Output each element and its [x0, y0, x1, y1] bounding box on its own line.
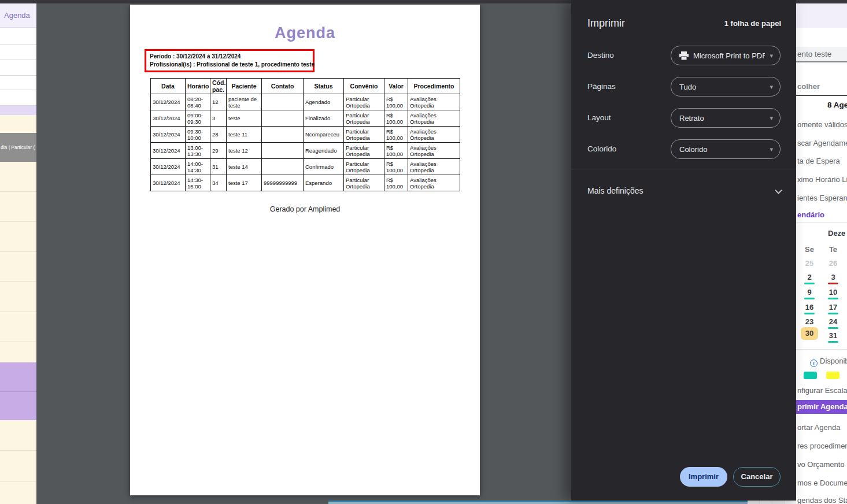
chevron-down-icon	[770, 114, 773, 122]
calendar-date[interactable]: 17	[824, 303, 842, 314]
background-agenda-sidebar: ento teste colher 8 Ager omente válidos?…	[796, 3, 847, 504]
divider	[796, 349, 847, 350]
cell: 3	[210, 110, 227, 127]
cell: teste	[227, 110, 262, 127]
calendar-date-selected[interactable]: 30	[801, 327, 818, 340]
calendar-row	[0, 90, 36, 106]
action-legendas-status[interactable]: gendas dos Status	[797, 496, 847, 504]
sidebar-item-pacientes-esperando[interactable]: ientes Esperando	[797, 194, 847, 202]
cell: 30/12/2024	[151, 110, 186, 127]
sheet-count-label: 1 folha de papel	[724, 19, 781, 28]
cell: R$ 100,00	[384, 127, 408, 143]
print-preview-backdrop: Agenda Período : 30/12/2024 à 31/12/2024…	[36, 3, 571, 501]
cell: Avaliações Ortopedia	[408, 143, 460, 159]
divider	[796, 222, 847, 223]
calendar-date[interactable]: 31	[824, 331, 842, 343]
cell: R$ 100,00	[384, 159, 408, 175]
sidebar-item-proximo-horario-livre[interactable]: ximo Horário Livre	[797, 175, 847, 184]
layout-label: Layout	[587, 108, 611, 128]
action-valores-procedimentos[interactable]: res procedimen	[797, 442, 847, 450]
calendar-date[interactable]: 16	[801, 303, 818, 314]
sidebar-item-somente-validos[interactable]: omente válidos?	[797, 120, 847, 129]
action-configurar-escalas[interactable]: nfigurar Escalas	[797, 386, 847, 395]
table-row: 30/12/202409:00-09:303testeFinalizadoPar…	[151, 110, 460, 127]
availability-legend: Disponib	[810, 357, 847, 367]
section-divider	[796, 95, 847, 96]
legend-swatch-yellow	[826, 372, 839, 379]
calendar-date[interactable]: 9	[801, 288, 818, 299]
chevron-down-icon	[770, 146, 773, 153]
calendar-rows	[0, 420, 36, 504]
cell: Avaliações Ortopedia	[408, 175, 460, 191]
layout-value: Retrato	[679, 114, 765, 123]
col-cod-pac: Cód. pac.	[210, 79, 227, 94]
bottom-grid-fragment	[748, 501, 796, 504]
cell: 28	[210, 127, 227, 143]
cell: 14:30-15:00	[186, 175, 210, 191]
cell: Avaliações Ortopedia	[408, 127, 460, 143]
cell: 12	[210, 94, 227, 110]
availability-bar	[828, 327, 838, 329]
cell: Particular Ortopedia	[344, 175, 384, 191]
cell	[262, 127, 304, 143]
screen: Agenda dia | Particular ( Agenda Período…	[0, 0, 847, 504]
choose-link[interactable]: colher	[797, 82, 820, 91]
calendar-date[interactable]: 24	[824, 317, 842, 329]
appointments-count: 8 Ager	[827, 101, 847, 109]
agenda-page-header: Agenda	[0, 3, 36, 28]
pages-value: Tudo	[679, 83, 765, 91]
table-row: 30/12/202414:30-15:0034teste 17999999999…	[151, 175, 460, 191]
cell: Finalizado	[304, 110, 344, 127]
action-exportar-agenda[interactable]: ortar Agenda	[797, 423, 840, 432]
cell: R$ 100,00	[384, 110, 408, 127]
chevron-down-icon	[775, 187, 782, 194]
calendar-date[interactable]: 26	[824, 259, 842, 268]
bottom-scrollbar[interactable]	[328, 501, 748, 504]
calendar-date[interactable]: 2	[801, 273, 818, 284]
cell: R$ 100,00	[384, 175, 408, 191]
more-settings-toggle[interactable]: Mais definições	[587, 186, 781, 195]
calendar-date[interactable]: 25	[801, 259, 818, 268]
calendar-date[interactable]: 10	[824, 288, 842, 299]
action-novo-orcamento[interactable]: vo Orçamento	[797, 460, 845, 469]
calendar-row	[0, 76, 36, 90]
sidebar-item-buscar-agendamento[interactable]: scar Agendament	[797, 139, 847, 147]
appointment-block-purple[interactable]	[0, 362, 36, 420]
printer-icon	[679, 51, 689, 60]
calendar-row-highlight	[0, 106, 36, 115]
cell: Avaliações Ortopedia	[408, 159, 460, 175]
availability-bar	[828, 298, 838, 299]
calendar-month-label: Deze	[828, 229, 845, 238]
action-imprimir-agenda[interactable]: primir Agenda	[796, 400, 847, 414]
chevron-down-icon	[770, 52, 773, 60]
print-dialog: Imprimir 1 folha de papel Destino Micros…	[571, 0, 796, 501]
sidebar-item-lista-de-espera[interactable]: ta de Espera	[797, 157, 840, 165]
destination-select[interactable]: Microsoft Print to PDF	[671, 46, 781, 65]
dialog-divider	[571, 169, 796, 169]
cell: Agendado	[304, 94, 344, 110]
generated-by-label: Gerado por Amplimed	[130, 205, 480, 213]
cell: 30/12/2024	[151, 159, 186, 175]
cell: Confirmado	[304, 159, 344, 175]
procedure-search-input[interactable]: ento teste	[796, 47, 847, 62]
destination-label: Destino	[587, 46, 614, 65]
action-termos-documentos[interactable]: mos e Documento	[797, 479, 847, 487]
row-divider	[0, 391, 36, 392]
cell: 34	[210, 175, 227, 191]
table-row: 30/12/202409:30-10:0028teste 11Ncomparec…	[151, 127, 460, 143]
print-button[interactable]: Imprimir	[680, 467, 727, 487]
calendar-link[interactable]: endário	[797, 210, 824, 219]
cancel-button[interactable]: Cancelar	[733, 467, 781, 487]
appointment-block-fragment[interactable]: dia | Particular (	[0, 133, 36, 162]
pages-select[interactable]: Tudo	[671, 77, 781, 97]
color-select[interactable]: Colorido	[671, 139, 781, 159]
cell: 14:00-14:30	[186, 159, 210, 175]
cell: Avaliações Ortopedia	[408, 110, 460, 127]
cell	[262, 143, 304, 159]
layout-select[interactable]: Retrato	[671, 108, 781, 128]
print-dialog-title: Imprimir	[587, 17, 625, 29]
availability-bar	[804, 283, 815, 284]
cell: paciente de teste	[227, 94, 262, 110]
cell: Particular Ortopedia	[344, 159, 384, 175]
calendar-date[interactable]: 3	[824, 273, 842, 284]
